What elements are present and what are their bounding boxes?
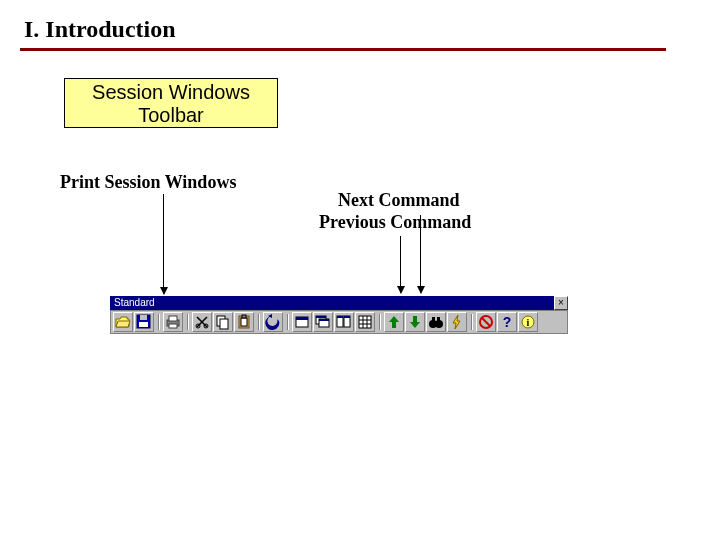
toolbar-separator	[469, 312, 475, 332]
toolbar-titlebar: Standard ×	[110, 296, 568, 310]
arrow-down-icon	[407, 314, 423, 330]
section-rule	[20, 48, 666, 51]
arrow-to-prev	[400, 236, 401, 293]
win3-button[interactable]	[334, 312, 354, 332]
win1-button[interactable]	[292, 312, 312, 332]
binoculars-icon	[428, 314, 444, 330]
clipboard-icon	[236, 314, 252, 330]
title-box: Session Windows Toolbar	[64, 78, 278, 128]
tile-icon	[336, 314, 352, 330]
undo-button[interactable]	[263, 312, 283, 332]
paste-button[interactable]	[234, 312, 254, 332]
label-next-command: Next Command	[338, 190, 460, 211]
toolbar-separator	[156, 312, 162, 332]
copy-icon	[215, 314, 231, 330]
question-icon	[499, 314, 515, 330]
win2-button[interactable]	[313, 312, 333, 332]
next-button[interactable]	[405, 312, 425, 332]
toolbar-separator	[185, 312, 191, 332]
help-button[interactable]	[497, 312, 517, 332]
session-toolbar: Standard ×	[110, 296, 568, 334]
bolt-icon	[449, 314, 465, 330]
no-entry-icon	[478, 314, 494, 330]
toolbar-close-button[interactable]: ×	[554, 296, 568, 310]
prev-button[interactable]	[384, 312, 404, 332]
stop-button[interactable]	[476, 312, 496, 332]
grid-button[interactable]	[355, 312, 375, 332]
toolbar-separator	[377, 312, 383, 332]
grid-icon	[357, 314, 373, 330]
toolbar-button-row	[110, 310, 568, 334]
toolbar-separator	[256, 312, 262, 332]
open-button[interactable]	[113, 312, 133, 332]
arrow-up-icon	[386, 314, 402, 330]
scissors-icon	[194, 314, 210, 330]
label-previous-command: Previous Command	[319, 212, 471, 233]
arrow-to-print	[163, 194, 164, 294]
label-print-session: Print Session Windows	[60, 172, 236, 193]
find-button[interactable]	[426, 312, 446, 332]
arrow-to-next	[420, 215, 421, 293]
about-button[interactable]	[518, 312, 538, 332]
copy-button[interactable]	[213, 312, 233, 332]
window-icon	[294, 314, 310, 330]
printer-icon	[165, 314, 181, 330]
toolbar-title: Standard	[110, 296, 554, 310]
cut-button[interactable]	[192, 312, 212, 332]
info-icon	[520, 314, 536, 330]
title-box-line1: Session Windows	[65, 81, 277, 104]
print-button[interactable]	[163, 312, 183, 332]
bolt-button[interactable]	[447, 312, 467, 332]
save-button[interactable]	[134, 312, 154, 332]
floppy-icon	[136, 314, 152, 330]
title-box-line2: Toolbar	[65, 104, 277, 127]
undo-icon	[265, 314, 281, 330]
section-heading: I. Introduction	[24, 16, 176, 43]
toolbar-separator	[285, 312, 291, 332]
window-stack-icon	[315, 314, 331, 330]
folder-open-icon	[115, 314, 131, 330]
